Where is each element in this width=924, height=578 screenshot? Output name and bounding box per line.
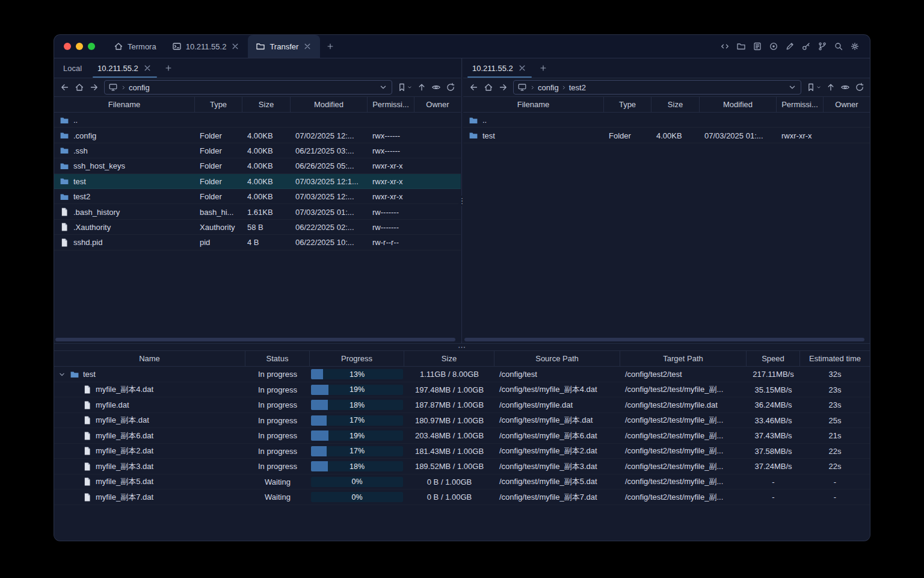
column-header-filename[interactable]: Filename	[54, 97, 195, 112]
file-permissions: rwxr-xr-x	[368, 192, 414, 201]
left-pane-tab-local[interactable]: Local	[55, 58, 90, 78]
file-icon	[82, 446, 92, 456]
divider-handle-icon[interactable]: ⋮	[458, 196, 466, 206]
transfer-row-myfile-dat[interactable]: myfile.dat In progress 18% 187.87MB / 1.…	[54, 397, 870, 413]
transfer-column-source-path[interactable]: Source Path	[494, 351, 620, 366]
left-file-row-config[interactable]: .config Folder 4.00KB 07/02/2025 12:... …	[54, 128, 461, 143]
transfer-row-myfile-5-dat[interactable]: myfile_副本5.dat Waiting 0% 0 B / 1.00GB /…	[54, 474, 870, 490]
transfer-size: 0 B / 1.00GB	[404, 477, 494, 486]
right-back-button[interactable]	[467, 81, 481, 95]
transfer-column-name[interactable]: Name	[54, 351, 245, 366]
left-path-input[interactable]: config	[104, 80, 392, 95]
left-back-button[interactable]	[58, 81, 72, 95]
record-button[interactable]	[766, 39, 781, 54]
right-home-button[interactable]	[481, 81, 495, 95]
column-header-permissi[interactable]: Permissi...	[368, 97, 414, 112]
transfer-splitter[interactable]: ⋯	[54, 343, 870, 350]
left-add-tab-button[interactable]	[160, 58, 177, 78]
transfer-row-test[interactable]: test In progress 13% 1.11GB / 8.00GB /co…	[54, 367, 870, 382]
breadcrumb-segment[interactable]: test2	[569, 83, 586, 92]
column-header-owner[interactable]: Owner	[824, 97, 870, 112]
file-type: bash_hi...	[195, 208, 242, 217]
left-bookmark-button[interactable]	[396, 81, 414, 95]
column-header-type[interactable]: Type	[195, 97, 242, 112]
left-file-row-xauthority[interactable]: .Xauthority Xauthority 58 B 06/22/2025 0…	[54, 220, 461, 235]
column-header-size[interactable]: Size	[242, 97, 291, 112]
right-parent-up-button[interactable]	[824, 81, 837, 95]
file-icon	[82, 493, 92, 502]
left-hscrollbar[interactable]	[55, 337, 460, 341]
left-file-row-test2[interactable]: test2 Folder 4.00KB 07/03/2025 12:... rw…	[54, 189, 461, 204]
close-tab-icon[interactable]	[230, 42, 240, 51]
close-window-button[interactable]	[64, 43, 71, 50]
transfer-row-myfile-dat[interactable]: myfile_副本.dat In progress 17% 180.97MB /…	[54, 413, 870, 429]
left-file-row-sshd-pid[interactable]: sshd.pid pid 4 B 06/22/2025 10:... rw-r-…	[54, 235, 461, 250]
settings-button[interactable]	[847, 39, 863, 54]
left-forward-button[interactable]	[87, 81, 100, 95]
right-file-row-item[interactable]: ..	[463, 113, 870, 128]
left-file-row-ssh-host-keys[interactable]: ssh_host_keys Folder 4.00KB 06/26/2025 0…	[54, 158, 461, 173]
right-hscrollbar[interactable]	[464, 337, 869, 341]
transfer-column-status[interactable]: Status	[245, 351, 310, 366]
branch-button[interactable]	[815, 39, 830, 54]
column-header-permissi[interactable]: Permissi...	[777, 97, 824, 112]
expand-chevron-icon[interactable]	[58, 370, 66, 379]
transfer-column-progress[interactable]: Progress	[310, 351, 404, 366]
path-dropdown-icon[interactable]	[787, 82, 797, 92]
column-header-owner[interactable]: Owner	[414, 97, 461, 112]
title-tab-termora[interactable]: Termora	[106, 35, 164, 58]
title-tab-transfer[interactable]: Transfer	[248, 35, 320, 58]
column-header-size[interactable]: Size	[651, 97, 700, 112]
title-tab-10-211-55-2[interactable]: 10.211.55.2	[164, 35, 248, 58]
journal-button[interactable]	[750, 39, 765, 54]
right-add-tab-button[interactable]	[535, 58, 552, 78]
transfer-item-name: test	[83, 370, 96, 379]
minimize-window-button[interactable]	[76, 43, 83, 50]
transfer-column-target-path[interactable]: Target Path	[620, 351, 747, 366]
close-tab-icon[interactable]	[143, 63, 152, 73]
home-icon	[75, 82, 84, 92]
column-header-modified[interactable]: Modified	[291, 97, 368, 112]
code-button[interactable]	[717, 39, 733, 54]
transfer-row-myfile-7-dat[interactable]: myfile_副本7.dat Waiting 0% 0 B / 1.00GB /…	[54, 489, 870, 505]
right-file-row-test[interactable]: test Folder 4.00KB 07/03/2025 01:... rwx…	[463, 128, 870, 143]
pencil-button[interactable]	[782, 39, 798, 54]
left-file-row-item[interactable]: ..	[54, 113, 461, 128]
right-bookmark-button[interactable]	[805, 81, 823, 95]
transfer-row-myfile-6-dat[interactable]: myfile_副本6.dat In progress 19% 203.48MB …	[54, 428, 870, 444]
right-pane-tab-10-211-55-2[interactable]: 10.211.55.2	[464, 58, 535, 78]
column-header-filename[interactable]: Filename	[463, 97, 604, 112]
left-file-row-bash-history[interactable]: .bash_history bash_hi... 1.61KB 07/03/20…	[54, 204, 461, 219]
transfer-column-estimated-time[interactable]: Estimated time	[800, 351, 870, 366]
path-dropdown-icon[interactable]	[378, 82, 388, 92]
left-home-button[interactable]	[72, 81, 86, 95]
column-header-type[interactable]: Type	[604, 97, 651, 112]
transfer-row-myfile-2-dat[interactable]: myfile_副本2.dat In progress 17% 181.43MB …	[54, 444, 870, 459]
left-file-row-ssh[interactable]: .ssh Folder 4.00KB 06/21/2025 03:... rwx…	[54, 143, 461, 158]
transfer-row-myfile-4-dat[interactable]: myfile_副本4.dat In progress 19% 197.48MB …	[54, 382, 870, 398]
pane-divider[interactable]: ⋮	[461, 58, 463, 343]
transfer-row-myfile-3-dat[interactable]: myfile_副本3.dat In progress 18% 189.52MB …	[54, 459, 870, 474]
left-refresh-button[interactable]	[443, 81, 457, 95]
transfer-column-size[interactable]: Size	[404, 351, 494, 366]
file-name: ..	[73, 116, 78, 125]
right-show-hidden-button[interactable]	[838, 81, 852, 95]
column-header-modified[interactable]: Modified	[700, 97, 777, 112]
left-pane-tab-10-211-55-2[interactable]: 10.211.55.2	[90, 58, 160, 78]
close-tab-icon[interactable]	[517, 63, 527, 73]
breadcrumb-segment[interactable]: config	[129, 83, 150, 92]
breadcrumb-segment[interactable]: config	[538, 83, 559, 92]
transfer-column-speed[interactable]: Speed	[747, 351, 800, 366]
right-refresh-button[interactable]	[852, 81, 866, 95]
left-file-row-test[interactable]: test Folder 4.00KB 07/03/2025 12:1... rw…	[54, 174, 461, 189]
search-button[interactable]	[831, 39, 846, 54]
right-forward-button[interactable]	[496, 81, 510, 95]
new-tab-button[interactable]	[322, 39, 338, 54]
left-parent-up-button[interactable]	[414, 81, 428, 95]
folder-button[interactable]	[733, 39, 749, 54]
left-show-hidden-button[interactable]	[429, 81, 443, 95]
close-tab-icon[interactable]	[303, 42, 312, 51]
right-path-input[interactable]: configtest2	[513, 80, 801, 95]
key-button[interactable]	[798, 39, 814, 54]
zoom-window-button[interactable]	[88, 43, 95, 50]
